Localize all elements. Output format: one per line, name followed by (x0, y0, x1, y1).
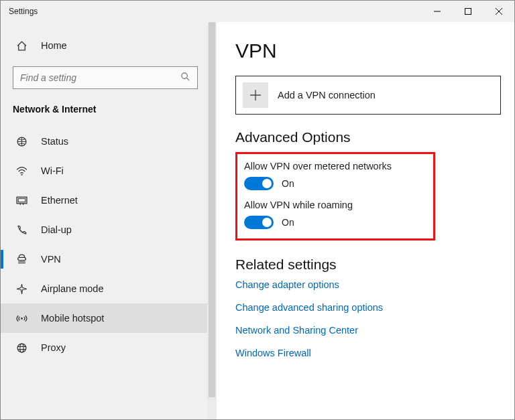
hotspot-icon (15, 312, 27, 324)
close-button[interactable] (483, 1, 514, 22)
maximize-button[interactable] (453, 1, 483, 22)
home-icon (15, 40, 27, 52)
titlebar: Settings (1, 1, 514, 22)
related-link-adapter[interactable]: Change adapter options (235, 279, 501, 290)
minimize-button[interactable] (422, 1, 453, 22)
svg-rect-5 (18, 198, 25, 202)
page-title: VPN (235, 40, 501, 62)
svg-point-1 (182, 72, 187, 78)
home-nav[interactable]: Home (1, 31, 217, 60)
metered-label: Allow VPN over metered networks (244, 161, 426, 171)
add-vpn-label: Add a VPN connection (278, 90, 376, 100)
sidebar-item-label: Status (41, 136, 68, 147)
search-input[interactable] (20, 72, 165, 83)
airplane-icon (15, 283, 27, 295)
roaming-label: Allow VPN while roaming (244, 200, 426, 210)
scrollbar-thumb[interactable] (209, 22, 215, 397)
roaming-block: Allow VPN while roaming On (244, 200, 426, 229)
metered-block: Allow VPN over metered networks On (244, 161, 426, 190)
related-link-sharing[interactable]: Change advanced sharing options (235, 302, 501, 313)
svg-point-3 (21, 173, 22, 175)
related-heading: Related settings (235, 257, 501, 273)
scrollbar[interactable] (207, 22, 217, 419)
svg-rect-0 (465, 9, 471, 15)
highlight-box: Allow VPN over metered networks On Allow… (235, 152, 435, 240)
search-icon (180, 72, 190, 84)
wifi-icon (15, 165, 27, 177)
sidebar-item-wifi[interactable]: Wi-Fi (1, 156, 217, 186)
related-link-firewall[interactable]: Windows Firewall (235, 348, 501, 358)
sidebar-item-ethernet[interactable]: Ethernet (1, 186, 217, 215)
vpn-icon (15, 253, 27, 265)
roaming-state: On (282, 217, 294, 228)
main-content: VPN Add a VPN connection Advanced Option… (217, 22, 514, 419)
sidebar-item-label: Airplane mode (41, 283, 104, 294)
sidebar-item-label: Proxy (41, 342, 66, 353)
plus-icon (243, 82, 268, 108)
category-header: Network & Internet (1, 101, 217, 127)
status-icon (15, 135, 27, 147)
sidebar: Home Network & Internet Status Wi-Fi (1, 22, 217, 419)
sidebar-item-dialup[interactable]: Dial-up (1, 215, 217, 244)
sidebar-item-label: VPN (41, 254, 61, 265)
add-vpn-button[interactable]: Add a VPN connection (235, 76, 501, 115)
metered-state: On (282, 178, 294, 189)
related-list: Change adapter options Change advanced s… (235, 279, 501, 358)
sidebar-item-label: Wi-Fi (41, 165, 64, 176)
roaming-toggle[interactable] (244, 216, 274, 229)
svg-point-8 (17, 344, 26, 352)
advanced-heading: Advanced Options (235, 129, 501, 145)
sidebar-item-airplane[interactable]: Airplane mode (1, 274, 217, 303)
search-box[interactable] (13, 66, 198, 89)
svg-point-7 (21, 318, 23, 320)
related-link-center[interactable]: Network and Sharing Center (235, 325, 501, 336)
sidebar-item-proxy[interactable]: Proxy (1, 333, 217, 362)
sidebar-item-label: Mobile hotspot (41, 313, 104, 324)
sidebar-item-label: Ethernet (41, 195, 78, 206)
sidebar-item-status[interactable]: Status (1, 127, 217, 156)
svg-rect-6 (17, 257, 25, 260)
sidebar-item-vpn[interactable]: VPN (1, 244, 217, 274)
nav-list: Status Wi-Fi Ethernet Dial-up (1, 127, 217, 362)
sidebar-item-hotspot[interactable]: Mobile hotspot (1, 303, 217, 333)
proxy-icon (15, 342, 27, 354)
window-controls (422, 1, 514, 22)
home-label: Home (41, 40, 67, 51)
dialup-icon (15, 224, 27, 236)
ethernet-icon (15, 194, 27, 206)
window-title: Settings (9, 7, 38, 16)
svg-point-9 (19, 344, 23, 352)
metered-toggle[interactable] (244, 177, 274, 190)
sidebar-item-label: Dial-up (41, 224, 72, 235)
